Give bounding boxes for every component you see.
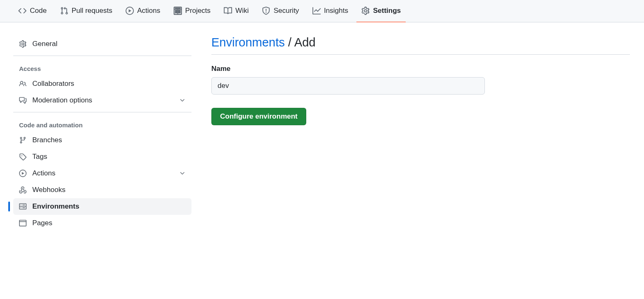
sidebar-item-label: Actions: [32, 169, 56, 177]
sidebar-item-tags[interactable]: Tags: [13, 148, 191, 165]
sidebar-item-webhooks[interactable]: Webhooks: [13, 182, 191, 198]
tab-security[interactable]: Security: [257, 0, 304, 22]
tab-settings[interactable]: Settings: [356, 0, 406, 22]
shield-icon: [262, 7, 270, 15]
tab-label: Settings: [373, 7, 401, 15]
code-icon: [18, 7, 27, 15]
chevron-down-icon: [179, 97, 186, 104]
sidebar-item-actions[interactable]: Actions: [13, 165, 191, 182]
gear-icon: [19, 40, 27, 48]
tag-icon: [19, 153, 27, 160]
tab-projects[interactable]: Projects: [169, 0, 215, 22]
sidebar-item-label: Tags: [32, 153, 47, 161]
sidebar-item-label: Pages: [32, 219, 52, 227]
page-container: General Access Collaborators Moderation …: [0, 22, 644, 251]
play-icon: [19, 170, 27, 177]
environment-name-input[interactable]: [211, 77, 485, 95]
settings-sidebar: General Access Collaborators Moderation …: [13, 36, 191, 238]
table-icon: [174, 7, 182, 15]
tab-label: Code: [30, 7, 47, 15]
sidebar-item-branches[interactable]: Branches: [13, 132, 191, 148]
configure-environment-button[interactable]: Configure environment: [211, 108, 306, 125]
sidebar-heading-code: Code and automation: [13, 116, 191, 132]
tab-actions[interactable]: Actions: [121, 0, 165, 22]
play-icon: [126, 7, 134, 15]
page-title: Environments / Add: [211, 36, 630, 55]
sidebar-item-label: Moderation options: [32, 96, 92, 105]
sidebar-item-label: Environments: [32, 202, 79, 211]
sidebar-item-label: Branches: [32, 136, 62, 144]
tab-label: Insights: [324, 7, 349, 15]
git-branch-icon: [19, 136, 27, 144]
gear-icon: [361, 7, 370, 15]
breadcrumb-environments-link[interactable]: Environments: [211, 36, 285, 49]
sidebar-item-moderation[interactable]: Moderation options: [13, 92, 191, 109]
tab-code[interactable]: Code: [13, 0, 52, 22]
sidebar-item-label: Collaborators: [32, 80, 74, 88]
breadcrumb-separator: /: [285, 36, 294, 49]
sidebar-item-general[interactable]: General: [13, 36, 191, 52]
sidebar-item-collaborators[interactable]: Collaborators: [13, 75, 191, 92]
sidebar-item-environments[interactable]: Environments: [13, 198, 191, 215]
repo-nav: Code Pull requests Actions Projects Wiki…: [0, 0, 644, 22]
tab-pull-requests[interactable]: Pull requests: [55, 0, 117, 22]
tab-label: Actions: [137, 7, 160, 15]
book-icon: [224, 7, 232, 15]
tab-label: Projects: [185, 7, 211, 15]
sidebar-item-pages[interactable]: Pages: [13, 215, 191, 231]
breadcrumb-current: Add: [294, 36, 316, 49]
tab-wiki[interactable]: Wiki: [219, 0, 254, 22]
main-content: Environments / Add Name Configure enviro…: [211, 36, 630, 238]
server-icon: [19, 203, 27, 210]
tab-label: Security: [274, 7, 299, 15]
tab-insights[interactable]: Insights: [307, 0, 353, 22]
name-label: Name: [211, 65, 630, 73]
sidebar-item-label: Webhooks: [32, 186, 65, 194]
tab-label: Pull requests: [72, 7, 112, 15]
tab-label: Wiki: [235, 7, 249, 15]
git-pull-request-icon: [60, 7, 68, 15]
webhook-icon: [19, 186, 27, 194]
sidebar-item-label: General: [32, 40, 57, 48]
graph-icon: [312, 7, 321, 15]
comment-discussion-icon: [19, 97, 27, 104]
people-icon: [19, 80, 27, 88]
sidebar-heading-access: Access: [13, 59, 191, 75]
browser-icon: [19, 219, 27, 227]
chevron-down-icon: [179, 170, 186, 177]
